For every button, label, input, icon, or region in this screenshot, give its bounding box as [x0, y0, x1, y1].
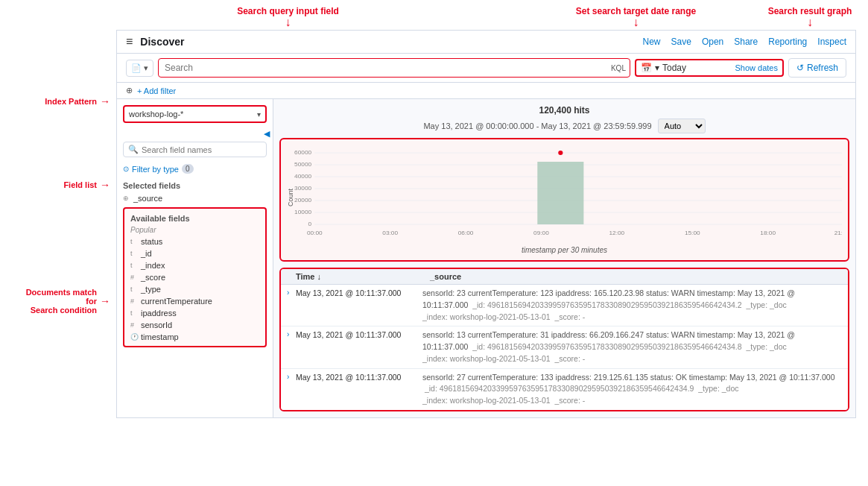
available-fields-title: Available fields [124, 212, 265, 224]
field-type-hash: # [130, 274, 138, 281]
time-range-row: May 13, 2021 @ 00:00:00.000 - May 13, 20… [279, 119, 849, 133]
svg-text:10000: 10000 [294, 209, 311, 215]
field-item-sensorid[interactable]: # sensorId [124, 319, 265, 331]
right-panel: 120,400 hits May 13, 2021 @ 00:00:00.000… [273, 99, 855, 417]
chart-bar-main [537, 162, 583, 224]
row-expand-1[interactable]: › [287, 288, 296, 297]
svg-text:20000: 20000 [294, 197, 311, 203]
svg-text:Count: Count [287, 189, 294, 206]
annotation-field-list: Field list [63, 180, 97, 189]
doc-icon: 📄 [131, 63, 142, 73]
row-expand-2[interactable]: › [287, 329, 296, 338]
annotation-index-arrow: → [100, 95, 110, 107]
svg-text:09:00: 09:00 [533, 230, 549, 236]
doc-chevron-icon: ▾ [144, 63, 148, 73]
time-range-text: May 13, 2021 @ 00:00:00.000 - May 13, 20… [423, 122, 651, 130]
doc-type-button[interactable]: 📄 ▾ [126, 60, 153, 77]
index-pattern-chevron-icon: ▾ [257, 110, 261, 119]
svg-text:21:00: 21:00 [834, 230, 842, 236]
popular-label: Popular [124, 224, 265, 236]
field-name-timestamp: timestamp [141, 332, 179, 341]
chart-area: 60000 50000 40000 30000 20000 10000 0 Co… [279, 138, 849, 262]
svg-text:30000: 30000 [294, 185, 311, 192]
annotation-date-range: Set search target date range [576, 6, 696, 16]
selected-fields-title: Selected fields [117, 179, 273, 192]
field-type-icon: ⊕ [123, 195, 130, 202]
results-table-header: Time ↓ _source [281, 269, 848, 285]
field-name-ipaddress: ipaddress [141, 309, 177, 318]
results-area: Time ↓ _source › May 13, 2021 @ 10:11:37… [279, 268, 849, 411]
field-type-t: t [130, 238, 138, 245]
field-name-type: _type [141, 285, 161, 294]
svg-text:40000: 40000 [294, 173, 311, 180]
nav-reporting[interactable]: Reporting [768, 37, 807, 47]
annotation-date-arrow: ↓ [633, 16, 639, 28]
nav-new[interactable]: New [643, 37, 661, 47]
date-range-picker[interactable]: 📅 ▾ Today Show dates [635, 59, 784, 77]
nav-share[interactable]: Share [734, 37, 758, 47]
table-row: › May 13, 2021 @ 10:11:37.000 sensorId: … [281, 285, 848, 326]
date-chevron-icon: ▾ [655, 63, 659, 73]
result-source-1: sensorId: 23 currentTemperature: 123 ipa… [422, 288, 842, 323]
field-name-id: _id [141, 249, 152, 258]
annotation-result-arrow: ↓ [807, 16, 813, 28]
calendar-icon: 📅 [641, 63, 652, 73]
field-item-status[interactable]: t status [124, 236, 265, 247]
date-range-value: Today [662, 63, 732, 73]
field-name-score: _score [141, 273, 165, 282]
refresh-button[interactable]: ↺ Refresh [788, 58, 846, 78]
nav-save[interactable]: Save [671, 37, 691, 47]
field-type-hash2: # [130, 297, 138, 305]
annotation-field-arrow: → [100, 179, 110, 191]
field-type-t2: t [130, 250, 138, 257]
svg-text:00:00: 00:00 [307, 230, 323, 236]
field-name-index: _index [141, 261, 165, 270]
filter-by-type-row: ⊙ Filter by type 0 [117, 162, 273, 176]
field-type-t3: t [130, 262, 138, 269]
field-item-source[interactable]: ⊕ _source [117, 192, 273, 204]
nav-inspect[interactable]: Inspect [817, 37, 846, 47]
filter-count-badge: 0 [182, 164, 194, 174]
search-bar-row: 📄 ▾ KQL 📅 ▾ Today Show dates ↺ Refresh [117, 54, 855, 83]
show-dates-button[interactable]: Show dates [735, 63, 777, 72]
table-row: › May 13, 2021 @ 10:11:37.000 sensorId: … [281, 369, 848, 410]
search-input[interactable] [158, 58, 630, 78]
field-item-temperature[interactable]: # currentTemperature [124, 295, 265, 307]
filter-icon: ⊕ [126, 86, 133, 95]
result-source-2: sensorId: 13 currentTemperature: 31 ipad… [422, 329, 842, 364]
field-item-score[interactable]: # _score [124, 271, 265, 283]
nav-actions: New Save Open Share Reporting Inspect [643, 37, 847, 47]
col-time-header[interactable]: Time ↓ [296, 272, 430, 281]
field-item-index[interactable]: t _index [124, 259, 265, 271]
field-item-id[interactable]: t _id [124, 247, 265, 259]
annotation-documents-arrow: → [100, 295, 110, 307]
row-expand-3[interactable]: › [287, 372, 296, 381]
field-name-temperature: currentTemperature [141, 297, 212, 306]
nav-open[interactable]: Open [702, 37, 723, 47]
svg-text:50000: 50000 [294, 161, 311, 168]
sidebar-collapse-icon[interactable]: ◀ [264, 129, 270, 138]
result-time-2: May 13, 2021 @ 10:11:37.000 [296, 329, 422, 341]
field-item-timestamp[interactable]: 🕐 timestamp [124, 331, 265, 343]
field-name-sensorid: sensorId [141, 321, 172, 329]
sidebar-search-icon: 🔍 [128, 145, 139, 154]
field-item-type[interactable]: t _type [124, 283, 265, 295]
filter-by-type-button[interactable]: Filter by type [132, 165, 179, 174]
app-container: ≡ Discover New Save Open Share Reporting… [116, 30, 856, 418]
result-time-1: May 13, 2021 @ 10:11:37.000 [296, 288, 422, 299]
filter-row: ⊕ + Add filter [117, 83, 855, 99]
add-filter-button[interactable]: + Add filter [137, 86, 176, 95]
interval-select[interactable]: Auto Minute Hour [658, 119, 706, 133]
index-pattern-selector[interactable]: workshop-log-* ▾ [123, 105, 267, 123]
sidebar: workshop-log-* ▾ ◀ 🔍 ⊙ Filter by type [117, 99, 273, 417]
field-type-clock: 🕐 [130, 333, 138, 341]
hamburger-icon[interactable]: ≡ [126, 35, 133, 48]
kql-badge: KQL [611, 64, 626, 72]
field-item-ipaddress[interactable]: t ipaddress [124, 307, 265, 319]
sidebar-search-input[interactable] [142, 145, 262, 154]
svg-text:15:00: 15:00 [685, 230, 700, 236]
chart-svg: 60000 50000 40000 30000 20000 10000 0 Co… [287, 145, 842, 242]
field-name-status: status [141, 237, 162, 246]
app-title: Discover [140, 36, 184, 48]
chart-x-label: timestamp per 30 minutes [287, 246, 842, 254]
